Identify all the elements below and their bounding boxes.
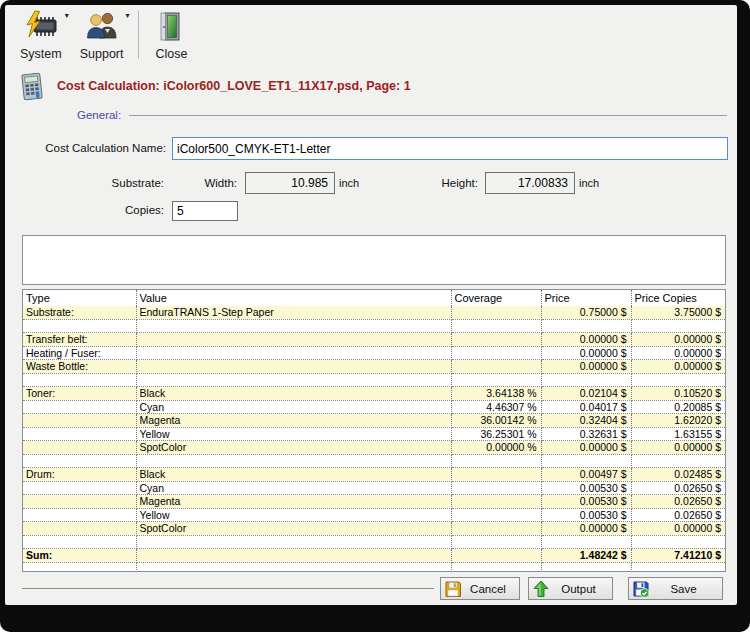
system-chip-icon [24, 10, 58, 44]
cell-coverage [451, 306, 541, 319]
table-row[interactable] [23, 319, 725, 333]
table-row[interactable]: Drum:Black0.00497 $0.02485 $ [23, 468, 725, 482]
height-label: Height: [405, 172, 478, 194]
cell-value: Magenta [136, 414, 451, 428]
cell-price-copies: 0.02650 $ [631, 481, 725, 495]
table-row[interactable] [23, 535, 725, 549]
cell-coverage [451, 562, 541, 572]
cell-coverage: 0.00000 % [451, 441, 541, 455]
cell-coverage [451, 522, 541, 536]
table-row[interactable]: Substrate:EnduraTRANS 1-Step Paper0.7500… [23, 306, 725, 319]
cell-coverage [451, 333, 541, 347]
system-button-label: System [20, 47, 62, 61]
cell-type: Drum: [23, 468, 136, 482]
table-row[interactable]: SpotColor0.00000 %0.00000 $0.00000 $ [23, 441, 725, 455]
cell-price-copies: 0.20085 $ [631, 400, 725, 414]
table-row[interactable]: SpotColor0.00000 $0.00000 $ [23, 522, 725, 536]
cell-value: Black [136, 387, 451, 401]
table-row[interactable]: Yellow36.25301 %0.32631 $1.63155 $ [23, 427, 725, 441]
floppy-disk-blue-check-icon [632, 580, 650, 598]
cell-price [541, 535, 631, 549]
table-row[interactable]: Heating / Fuser:0.00000 $0.00000 $ [23, 346, 725, 360]
cell-type: Substrate: [23, 306, 136, 319]
table-row[interactable]: Toner:Black3.64138 %0.02104 $0.10520 $ [23, 387, 725, 401]
width-input[interactable] [245, 172, 335, 194]
cell-value: Yellow [136, 508, 451, 522]
table-row[interactable]: Yellow0.00530 $0.02650 $ [23, 508, 725, 522]
column-header-price: Price [541, 290, 631, 306]
cell-value [136, 549, 451, 563]
cell-value: Cyan [136, 481, 451, 495]
output-button[interactable]: Output [528, 577, 613, 600]
cell-price: 0.00000 $ [541, 360, 631, 374]
table-row[interactable] [23, 454, 725, 468]
cell-coverage [451, 346, 541, 360]
cell-price: 0.00000 $ [541, 346, 631, 360]
table-row[interactable]: Transfer belt:0.00000 $0.00000 $ [23, 333, 725, 347]
table-row[interactable] [23, 562, 725, 572]
door-exit-icon [154, 10, 188, 44]
cell-price-copies: 0.10520 $ [631, 387, 725, 401]
cell-price: 0.00530 $ [541, 508, 631, 522]
cell-price-copies: 3.75000 $ [631, 306, 725, 319]
cell-price-copies [631, 454, 725, 468]
cell-type: Waste Bottle: [23, 360, 136, 374]
cell-price: 0.00530 $ [541, 495, 631, 509]
cell-value [136, 346, 451, 360]
cost-calculation-name-label: Cost Calculation Name: [5, 137, 166, 159]
cell-price-copies: 0.00000 $ [631, 441, 725, 455]
cost-calculation-name-input[interactable] [172, 137, 728, 160]
table-row[interactable]: Magenta0.00530 $0.02650 $ [23, 495, 725, 509]
cancel-button[interactable]: Cancel [440, 577, 520, 600]
cell-type [23, 373, 136, 387]
cell-value: Yellow [136, 427, 451, 441]
footer-divider [22, 588, 434, 589]
cell-price [541, 454, 631, 468]
general-section-header: General: [77, 109, 727, 121]
cell-coverage [451, 373, 541, 387]
table-row[interactable]: Magenta36.00142 %0.32404 $1.62020 $ [23, 414, 725, 428]
cell-value: EnduraTRANS 1-Step Paper [136, 306, 451, 319]
cell-price-copies: 1.62020 $ [631, 414, 725, 428]
system-button[interactable]: ▾ System [11, 7, 71, 65]
cost-table-body: Substrate:EnduraTRANS 1-Step Paper0.7500… [23, 306, 725, 572]
table-row[interactable]: Sum:1.48242 $7.41210 $ [23, 549, 725, 563]
cell-value: Black [136, 468, 451, 482]
cell-price-copies: 0.00000 $ [631, 333, 725, 347]
cell-type [23, 319, 136, 333]
cell-price [541, 373, 631, 387]
cell-type [23, 495, 136, 509]
cell-coverage [451, 319, 541, 333]
save-button[interactable]: Save [628, 577, 723, 600]
table-row[interactable]: Cyan4.46307 %0.04017 $0.20085 $ [23, 400, 725, 414]
general-section-label: General: [77, 109, 121, 121]
cost-table: Type Value Coverage Price Price Copies S… [22, 289, 726, 572]
close-button[interactable]: Close [145, 7, 197, 65]
toolbar: ▾ System ▾ Support [11, 7, 197, 65]
cell-price: 0.75000 $ [541, 306, 631, 319]
cell-type: Toner: [23, 387, 136, 401]
cell-price-copies: 0.00000 $ [631, 522, 725, 536]
cell-price-copies: 0.02650 $ [631, 508, 725, 522]
dialog-header: Cost Calculation: iColor600_LOVE_ET1_11X… [21, 71, 411, 101]
save-button-label: Save [654, 583, 696, 595]
cell-price: 0.32631 $ [541, 427, 631, 441]
table-row[interactable]: Cyan0.00530 $0.02650 $ [23, 481, 725, 495]
cell-type [23, 522, 136, 536]
cell-price-copies: 1.63155 $ [631, 427, 725, 441]
cell-price-copies: 0.00000 $ [631, 346, 725, 360]
cell-price: 0.00000 $ [541, 522, 631, 536]
table-row[interactable]: Waste Bottle:0.00000 $0.00000 $ [23, 360, 725, 374]
cell-price-copies: 7.41210 $ [631, 549, 725, 563]
copies-input[interactable] [172, 201, 238, 221]
close-button-label: Close [155, 47, 187, 61]
column-header-coverage: Coverage [451, 290, 541, 306]
cell-type [23, 400, 136, 414]
cost-calculation-window: ▾ System ▾ Support [5, 5, 737, 605]
height-input[interactable] [485, 172, 575, 194]
cell-value: SpotColor [136, 522, 451, 536]
notes-box[interactable] [22, 235, 726, 285]
cell-type: Sum: [23, 549, 136, 563]
support-button[interactable]: ▾ Support [71, 7, 133, 65]
table-row[interactable] [23, 373, 725, 387]
